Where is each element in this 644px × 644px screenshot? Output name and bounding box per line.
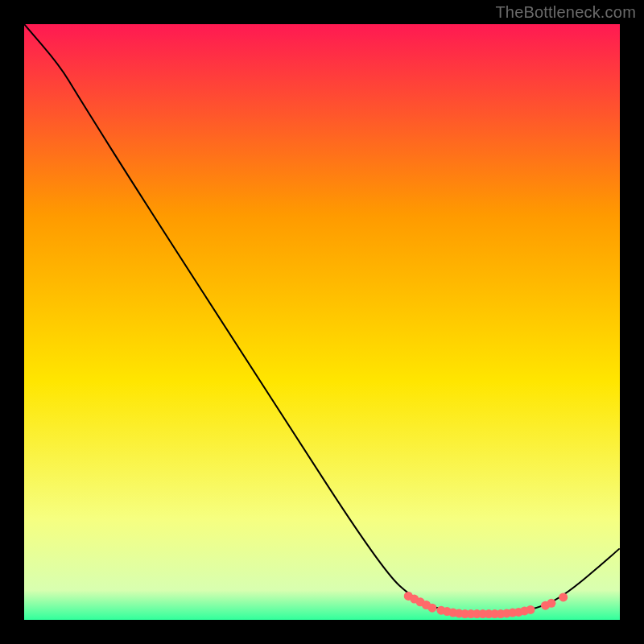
watermark-text: TheBottleneck.com	[495, 3, 636, 22]
plot-svg	[24, 24, 620, 620]
marker-dot	[526, 605, 535, 614]
gradient-background	[24, 24, 620, 620]
marker-dot	[559, 592, 568, 601]
marker-dot	[547, 599, 555, 608]
chart-container: TheBottleneck.com	[0, 0, 644, 644]
marker-dot	[427, 604, 436, 613]
plot-area	[24, 24, 620, 620]
